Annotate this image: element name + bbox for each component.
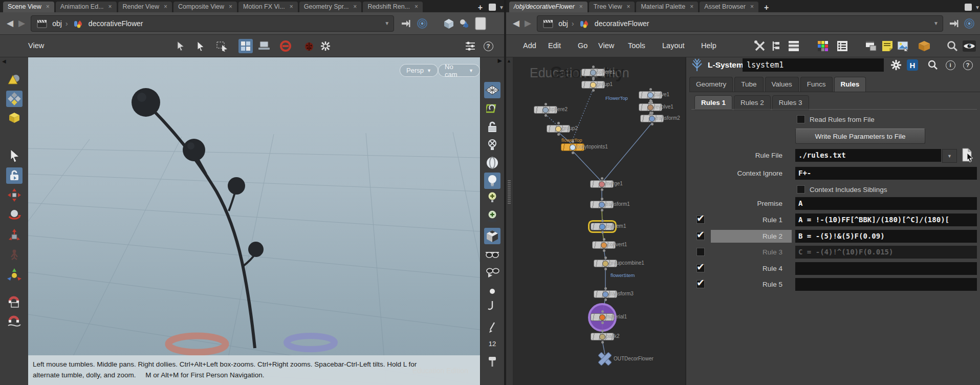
geometry-mode-icon[interactable] [6,110,23,126]
rule-field[interactable] [795,278,977,291]
tab-asset-browser[interactable]: Asset Browser× [700,2,758,12]
pin-icon[interactable] [947,17,961,30]
forward-button[interactable]: ▶ [522,18,534,29]
display-options-icon[interactable] [463,39,477,53]
tools-icon[interactable] [753,39,767,53]
translate-tool-icon[interactable] [6,187,23,203]
read-rules-checkbox[interactable] [797,115,805,123]
gear-star-icon[interactable] [318,39,333,53]
path-breadcrumb[interactable]: obj › decorativeFlower ▼ [537,15,943,32]
glasses-icon[interactable] [484,247,500,263]
context-siblings-checkbox[interactable] [797,185,805,194]
back-button[interactable]: ◀ [510,18,522,29]
node-pack2[interactable]: pack2 [591,333,614,340]
tab-composite-view[interactable]: Composite View× [173,2,237,12]
pose-tool-icon[interactable] [6,247,23,263]
node-revolve1[interactable]: revolve1 [639,103,662,111]
expand-arrow-icon[interactable]: ▶ [498,57,502,64]
lighting-icon[interactable] [484,173,500,189]
forward-button[interactable]: ▶ [16,18,28,29]
menu-add[interactable]: Add [523,41,536,50]
node-sphere1[interactable]: sphere1 [581,69,605,76]
volatile-select-icon[interactable] [174,39,188,53]
checklist-icon[interactable] [835,39,850,53]
tab-close-icon[interactable]: × [353,2,357,12]
node-convert1[interactable]: convert1 [592,241,616,249]
rule-field[interactable]: B = -(5)!&(5)F(0.09) [795,230,977,243]
param-tab-rules[interactable]: Rules [834,77,866,92]
rule-file-dropdown[interactable]: ▼ [942,149,957,163]
eye-icon[interactable] [962,39,976,53]
node-merge1[interactable]: merge1 [590,180,614,188]
breadcrumb-root[interactable]: obj [558,19,568,28]
tab-close-icon[interactable]: × [290,2,293,12]
maximize-pane-icon[interactable] [965,4,972,11]
menu-edit[interactable]: Edit [548,41,561,50]
objects-icon[interactable] [458,17,471,30]
glasses-play-icon[interactable] [484,264,500,281]
tab-close-icon[interactable]: × [750,2,754,12]
snap-curve-magnet-icon[interactable] [6,313,23,329]
stow-arrow-icon[interactable]: ◀ [2,58,6,64]
menu-go[interactable]: Go [578,41,587,50]
file-chooser-icon[interactable] [961,148,974,162]
tab-material-palette[interactable]: Material Palette× [636,2,698,12]
camera-selector[interactable]: No cam▼ [438,64,480,77]
asset-box-icon[interactable] [917,39,931,53]
param-tab-funcs[interactable]: Funcs [800,77,833,92]
objects-mode-icon[interactable] [6,91,23,107]
node-curve1[interactable]: curve1 [639,91,662,99]
tab-motion-fx-vi[interactable]: Motion FX Vi...× [238,2,298,12]
subtab-rules-1[interactable]: Rules 1 [694,95,732,110]
select-tool-icon[interactable] [6,147,23,164]
stow-panel-icon[interactable] [474,17,487,30]
param-tab-tube[interactable]: Tube [734,77,763,92]
help-icon[interactable]: ? [962,59,974,71]
rule-field[interactable]: A = !-(10)FF[^BBK]/(180)[^C]/(180)[ [795,213,977,226]
breadcrumb-root[interactable]: obj [52,19,62,28]
view-snap-icon[interactable] [484,100,500,117]
pane-menu-icon[interactable]: ▼ [499,5,504,10]
help-icon[interactable]: ? [481,39,495,53]
pin-icon[interactable] [399,17,412,30]
gear-icon[interactable] [890,59,902,71]
view-cube-icon[interactable] [442,17,455,30]
secure-selection-icon[interactable] [6,167,23,184]
back-button[interactable]: ◀ [4,18,16,29]
path-dropdown-icon[interactable]: ▼ [933,20,939,26]
menu-tools[interactable]: Tools [628,41,645,50]
tab-close-icon[interactable]: × [229,2,232,12]
add-camera-icon[interactable] [484,208,500,225]
new-tab-button[interactable]: + [474,3,487,12]
select-arrow-icon[interactable] [193,39,208,53]
param-tab-values[interactable]: Values [765,77,799,92]
new-tab-button[interactable]: + [760,3,773,12]
path-breadcrumb[interactable]: obj › decorativeFlower ▼ [31,15,394,32]
handles-tool-icon[interactable] [6,267,23,283]
houdini-logo-icon[interactable]: H [906,59,919,71]
tab-tree-view[interactable]: Tree View× [589,2,635,12]
menu-layout[interactable]: Layout [662,41,685,50]
network-editor[interactable]: ▲ Education Edition Geometry sphere1grou… [506,57,686,385]
node-name-field[interactable]: lsystem1 [743,58,884,72]
premise-field[interactable]: A [795,197,977,210]
path-dropdown-icon[interactable]: ▼ [384,20,389,26]
image-icon[interactable] [896,39,910,53]
tab-redshift-ren[interactable]: Redshift Ren...× [363,2,423,12]
headlight-off-icon[interactable] [484,137,500,153]
menu-help[interactable]: Help [701,41,716,50]
display-textures-icon[interactable] [484,228,500,244]
rule-field[interactable]: C = -(4)!^(10)F(0.015) [795,246,977,259]
tab-close-icon[interactable]: × [626,2,630,12]
context-ignore-field[interactable]: F+- [795,167,977,180]
tab-close-icon[interactable]: × [108,2,112,12]
mallet-icon[interactable] [484,353,500,370]
view-menu[interactable]: View [28,41,44,50]
brush-icon[interactable] [484,319,500,336]
info-icon[interactable]: i [944,59,956,71]
tab-scene-view[interactable]: Scene View× [3,2,54,12]
node-group1[interactable]: group1 [581,81,605,89]
hierarchy-icon[interactable] [769,39,783,53]
tab-close-icon[interactable]: × [690,2,693,12]
node-OUTDecorFlower[interactable]: OUTDecorFlower [598,352,612,366]
